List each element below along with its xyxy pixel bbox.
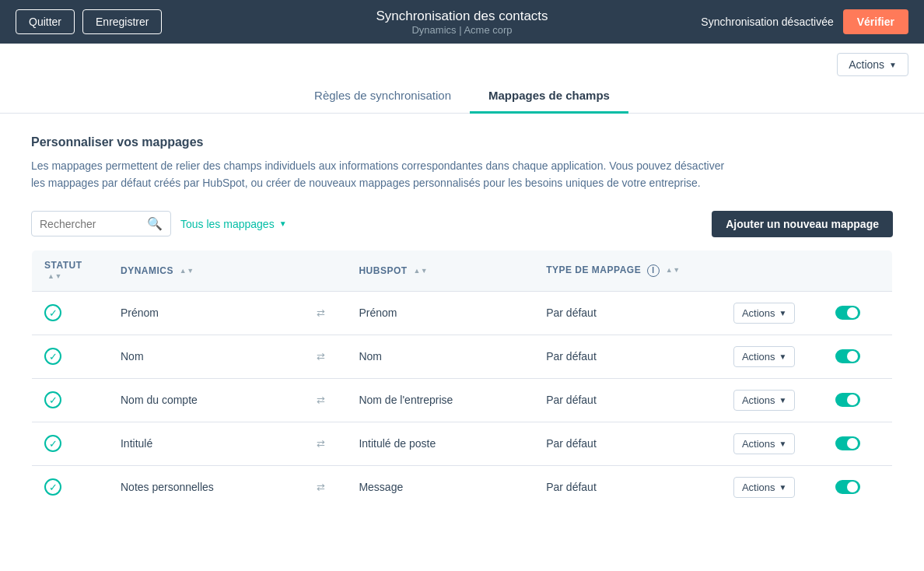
cell-status-1: ✓ (32, 335, 108, 378)
table-head: STATUT ▲▼ DYNAMICS ▲▼ HUBSPOT ▲▼ TYPE DE… (32, 250, 893, 291)
sync-arrows-icon-4: ⇄ (308, 482, 334, 493)
chevron-down-icon-0: ▼ (779, 309, 787, 317)
table-row: ✓ Prénom ⇄ Prénom Par défaut Actions ▼ ✓ (32, 291, 893, 335)
status-check-icon-0: ✓ (44, 304, 61, 321)
sync-arrows-icon-1: ⇄ (308, 351, 334, 363)
cell-toggle-3: ✓ (823, 422, 892, 465)
cell-toggle-1: ✓ (823, 335, 892, 378)
table-row: ✓ Notes personnelles ⇄ Message Par défau… (32, 465, 893, 509)
cell-status-0: ✓ (32, 291, 108, 335)
toggle-knob-4 (847, 482, 858, 492)
info-icon[interactable]: i (647, 264, 660, 277)
cell-actions-1: Actions ▼ (721, 335, 823, 378)
verify-button[interactable]: Vérifier (843, 9, 908, 34)
status-check-icon-2: ✓ (44, 391, 61, 408)
col-header-statut[interactable]: STATUT ▲▼ (32, 250, 108, 291)
row-actions-button-1[interactable]: Actions ▼ (733, 346, 796, 367)
row-actions-button-2[interactable]: Actions ▼ (733, 390, 796, 411)
cell-hubspot-3: Intitulé de poste (346, 422, 534, 465)
section-title: Personnaliser vos mappages (31, 135, 893, 149)
cell-hubspot-4: Message (346, 465, 534, 509)
table-body: ✓ Prénom ⇄ Prénom Par défaut Actions ▼ ✓ (32, 291, 893, 509)
col-header-hubspot[interactable]: HUBSPOT ▲▼ (346, 250, 534, 291)
cell-arrows-2: ⇄ (296, 378, 347, 422)
chevron-down-icon: ▼ (889, 61, 897, 69)
search-input[interactable] (40, 218, 141, 230)
section-description: Les mappages permettent de relier des ch… (31, 157, 731, 192)
status-check-icon-1: ✓ (44, 348, 61, 365)
col-header-dynamics[interactable]: DYNAMICS ▲▼ (108, 250, 296, 291)
row-actions-button-3[interactable]: Actions ▼ (733, 433, 796, 454)
chevron-down-icon-4: ▼ (779, 483, 787, 492)
tab-field-mappings[interactable]: Mappages de champs (470, 79, 628, 114)
filter-dropdown[interactable]: Tous les mappages ▼ (180, 218, 287, 230)
cell-hubspot-1: Nom (346, 335, 534, 378)
tab-sync-rules[interactable]: Règles de synchronisation (296, 79, 470, 114)
topbar-center: Synchronisation des contacts Dynamics | … (376, 9, 548, 36)
toggle-knob-0 (847, 307, 858, 318)
toggle-container-0: ✓ (835, 306, 880, 320)
save-button[interactable]: Enregistrer (82, 9, 162, 34)
cell-arrows-3: ⇄ (296, 422, 347, 465)
toggle-switch-4[interactable] (835, 480, 860, 494)
cell-actions-0: Actions ▼ (721, 291, 823, 335)
toggle-switch-0[interactable] (835, 306, 860, 320)
cell-arrows-0: ⇄ (296, 291, 347, 335)
cell-dynamics-2: Nom du compte (108, 378, 296, 422)
cell-type-0: Par défaut (534, 291, 721, 335)
toggle-switch-1[interactable] (835, 349, 860, 363)
status-check-icon-3: ✓ (44, 435, 61, 452)
chevron-down-icon: ▼ (279, 219, 287, 228)
cell-hubspot-0: Prénom (346, 291, 534, 335)
col-header-toggle (823, 250, 892, 291)
topbar-right: Synchronisation désactivée Vérifier (701, 9, 908, 34)
main-content: Personnaliser vos mappages Les mappages … (0, 114, 924, 531)
cell-toggle-0: ✓ (823, 291, 892, 335)
tabs-container: Règles de synchronisation Mappages de ch… (0, 79, 924, 114)
col-header-arrows (296, 250, 347, 291)
cell-arrows-4: ⇄ (296, 465, 347, 509)
toggle-switch-3[interactable] (835, 436, 860, 450)
toggle-check-icon-3: ✓ (865, 438, 873, 450)
row-actions-label-3: Actions (742, 438, 775, 450)
row-actions-label-4: Actions (742, 482, 775, 493)
search-box[interactable]: 🔍 (31, 211, 171, 236)
chevron-down-icon-1: ▼ (779, 352, 787, 361)
quit-button[interactable]: Quitter (16, 9, 75, 34)
table-row: ✓ Intitulé ⇄ Intitulé de poste Par défau… (32, 422, 893, 465)
row-actions-button-4[interactable]: Actions ▼ (733, 477, 796, 498)
cell-toggle-2: ✓ (823, 378, 892, 422)
cell-dynamics-1: Nom (108, 335, 296, 378)
actions-dropdown-button[interactable]: Actions ▼ (837, 53, 908, 76)
cell-type-3: Par défaut (534, 422, 721, 465)
cell-status-4: ✓ (32, 465, 108, 509)
search-icon: 🔍 (147, 216, 163, 231)
cell-actions-2: Actions ▼ (721, 378, 823, 422)
chevron-down-icon-2: ▼ (779, 396, 787, 405)
table-row: ✓ Nom du compte ⇄ Nom de l'entreprise Pa… (32, 378, 893, 422)
row-actions-label-2: Actions (742, 394, 775, 406)
toggle-check-icon-1: ✓ (865, 351, 873, 363)
toggle-knob-2 (847, 394, 858, 405)
topbar-left: Quitter Enregistrer (16, 9, 162, 34)
row-actions-button-0[interactable]: Actions ▼ (733, 303, 796, 324)
toggle-check-icon-4: ✓ (865, 482, 873, 493)
cell-type-4: Par défaut (534, 465, 721, 509)
col-header-type[interactable]: TYPE DE MAPPAGE i ▲▼ (534, 250, 721, 291)
sync-arrows-icon-0: ⇄ (308, 307, 334, 319)
toggle-switch-2[interactable] (835, 393, 860, 407)
cell-dynamics-3: Intitulé (108, 422, 296, 465)
actions-label: Actions (849, 58, 884, 71)
add-mapping-button[interactable]: Ajouter un nouveau mappage (712, 211, 893, 237)
toggle-check-icon-2: ✓ (865, 394, 873, 406)
row-actions-label-1: Actions (742, 351, 775, 363)
actions-bar: Actions ▼ (0, 44, 924, 76)
topbar: Quitter Enregistrer Synchronisation des … (0, 0, 924, 44)
sort-icon-dynamics: ▲▼ (180, 268, 194, 275)
col-header-actions (721, 250, 823, 291)
chevron-down-icon-3: ▼ (779, 440, 787, 448)
toggle-container-2: ✓ (835, 393, 880, 407)
cell-status-2: ✓ (32, 378, 108, 422)
sync-status-label: Synchronisation désactivée (701, 16, 833, 28)
cell-arrows-1: ⇄ (296, 335, 347, 378)
